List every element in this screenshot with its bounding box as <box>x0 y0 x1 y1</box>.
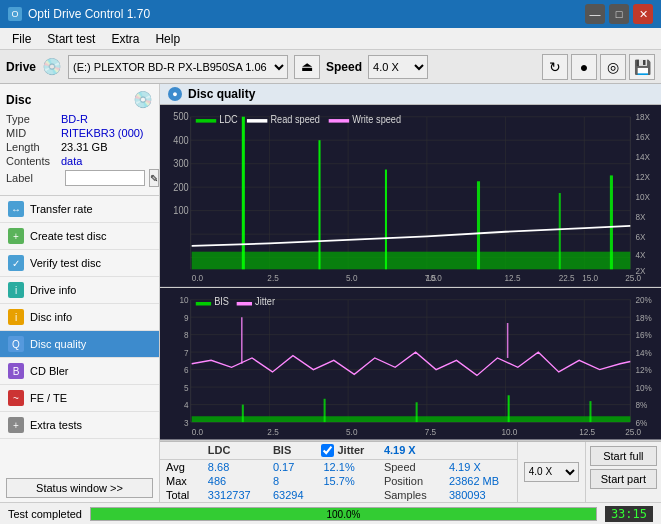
nav-extra-tests[interactable]: + Extra tests <box>0 412 159 439</box>
svg-rect-21 <box>610 175 613 269</box>
svg-text:200: 200 <box>173 181 189 193</box>
svg-text:2.5: 2.5 <box>267 273 278 284</box>
svg-rect-92 <box>237 302 252 305</box>
sidebar: Disc 💿 Type BD-R MID RITEKBR3 (000) Leng… <box>0 84 160 502</box>
col-header-speed-val <box>443 442 517 460</box>
disc-label-button[interactable]: ✎ <box>149 169 159 187</box>
menu-start-test[interactable]: Start test <box>39 30 103 48</box>
speed-label: Speed <box>326 60 362 74</box>
svg-text:9: 9 <box>184 312 189 323</box>
svg-text:5: 5 <box>184 382 189 393</box>
svg-text:12%: 12% <box>635 365 652 376</box>
toolbar-btn-4[interactable]: 💾 <box>629 54 655 80</box>
toolbar: Drive 💿 (E:) PLEXTOR BD-R PX-LB950SA 1.0… <box>0 50 661 84</box>
svg-text:100: 100 <box>173 205 189 217</box>
svg-text:0.0: 0.0 <box>192 426 203 437</box>
chart2-area: 10 9 8 7 6 5 4 3 0.0 2.5 5.0 7.5 10.0 12… <box>160 288 661 441</box>
disc-length-row: Length 23.31 GB <box>6 141 153 153</box>
disc-type-row: Type BD-R <box>6 113 153 125</box>
nav-items: ↔ Transfer rate + Create test disc ✓ Ver… <box>0 196 159 474</box>
transfer-rate-icon: ↔ <box>8 201 24 217</box>
menu-extra[interactable]: Extra <box>103 30 147 48</box>
jitter-checkbox[interactable] <box>321 444 334 457</box>
nav-fe-te[interactable]: ~ FE / TE <box>0 385 159 412</box>
panel-icon: ● <box>168 87 182 101</box>
col-header-jitter-check[interactable]: Jitter <box>317 442 377 460</box>
nav-disc-quality[interactable]: Q Disc quality <box>0 331 159 358</box>
toolbar-btn-2[interactable]: ● <box>571 54 597 80</box>
toolbar-btn-3[interactable]: ◎ <box>600 54 626 80</box>
svg-text:25.0: 25.0 <box>625 426 641 437</box>
nav-drive-info[interactable]: i Drive info <box>0 277 159 304</box>
stats-max-row: Max 486 8 15.7% Position 23862 MB <box>160 474 517 488</box>
start-full-button[interactable]: Start full <box>590 446 657 466</box>
svg-rect-69 <box>324 399 326 422</box>
svg-text:12.5: 12.5 <box>579 426 595 437</box>
nav-verify-test-disc[interactable]: ✓ Verify test disc <box>0 250 159 277</box>
drive-info-icon: i <box>8 282 24 298</box>
speed-select[interactable]: 4.0 X <box>368 55 428 79</box>
svg-text:10%: 10% <box>635 382 652 393</box>
svg-text:500: 500 <box>173 111 189 123</box>
disc-label-input[interactable] <box>65 170 145 186</box>
panel-header: ● Disc quality <box>160 84 661 105</box>
stats-avg-row: Avg 8.68 0.17 12.1% Speed 4.19 X <box>160 460 517 475</box>
stats-total-row: Total 3312737 63294 Samples 380093 <box>160 488 517 502</box>
nav-verify-test-disc-label: Verify test disc <box>30 257 101 269</box>
disc-title: Disc <box>6 93 31 107</box>
svg-rect-70 <box>416 402 418 422</box>
svg-text:Write speed: Write speed <box>352 113 401 125</box>
svg-text:10X: 10X <box>635 192 650 203</box>
max-bis: 8 <box>267 474 318 488</box>
stats-table: LDC BIS Jitter 4.19 X <box>160 442 517 503</box>
nav-create-test-disc-label: Create test disc <box>30 230 106 242</box>
disc-info-icon: i <box>8 309 24 325</box>
chart1-area: 500 400 300 200 100 0.0 2.5 5.0 7.5 10.0… <box>160 105 661 288</box>
nav-cd-bler[interactable]: B CD Bler <box>0 358 159 385</box>
fe-te-icon: ~ <box>8 390 24 406</box>
disc-header-icon: 💿 <box>133 90 153 109</box>
toolbar-btn-1[interactable]: ↻ <box>542 54 568 80</box>
nav-extra-tests-label: Extra tests <box>30 419 82 431</box>
panel-title: Disc quality <box>188 87 255 101</box>
nav-transfer-rate[interactable]: ↔ Transfer rate <box>0 196 159 223</box>
maximize-button[interactable]: □ <box>609 4 629 24</box>
svg-text:14%: 14% <box>635 347 652 358</box>
samples-val: 380093 <box>443 488 517 502</box>
col-header-empty <box>160 442 202 460</box>
speed-key: Speed <box>378 460 443 475</box>
start-part-button[interactable]: Start part <box>590 469 657 489</box>
stats-speed-select[interactable]: 4.0 X <box>524 462 579 482</box>
eject-button[interactable]: ⏏ <box>294 55 320 79</box>
close-button[interactable]: ✕ <box>633 4 653 24</box>
svg-text:7: 7 <box>184 347 189 358</box>
minimize-button[interactable]: — <box>585 4 605 24</box>
nav-disc-info[interactable]: i Disc info <box>0 304 159 331</box>
disc-mid-val: RITEKBR3 (000) <box>61 127 144 139</box>
drive-select[interactable]: (E:) PLEXTOR BD-R PX-LB950SA 1.06 <box>68 55 288 79</box>
menu-file[interactable]: File <box>4 30 39 48</box>
title-bar: O Opti Drive Control 1.70 — □ ✕ <box>0 0 661 28</box>
nav-cd-bler-label: CD Bler <box>30 365 69 377</box>
svg-text:6: 6 <box>184 365 189 376</box>
avg-label: Avg <box>160 460 202 475</box>
avg-bis: 0.17 <box>267 460 318 475</box>
svg-text:8X: 8X <box>635 211 645 222</box>
svg-text:22.5: 22.5 <box>559 273 575 284</box>
stats-section: LDC BIS Jitter 4.19 X <box>160 441 661 503</box>
verify-test-disc-icon: ✓ <box>8 255 24 271</box>
position-key: Position <box>378 474 443 488</box>
menu-help[interactable]: Help <box>147 30 188 48</box>
disc-length-val: 23.31 GB <box>61 141 107 153</box>
nav-create-test-disc[interactable]: + Create test disc <box>0 223 159 250</box>
disc-mid-key: MID <box>6 127 61 139</box>
svg-text:LDC: LDC <box>219 113 237 125</box>
max-label: Max <box>160 474 202 488</box>
max-jitter: 15.7% <box>317 474 377 488</box>
svg-rect-68 <box>242 405 244 422</box>
svg-rect-67 <box>192 416 631 422</box>
extra-tests-icon: + <box>8 417 24 433</box>
chart2-svg: 10 9 8 7 6 5 4 3 0.0 2.5 5.0 7.5 10.0 12… <box>160 288 661 440</box>
total-label: Total <box>160 488 202 502</box>
status-window-button[interactable]: Status window >> <box>6 478 153 498</box>
